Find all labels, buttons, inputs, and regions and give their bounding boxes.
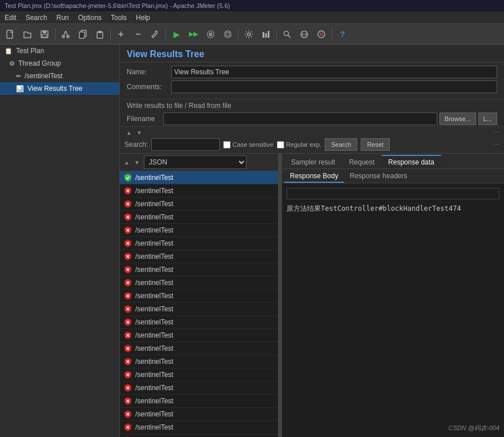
panel-header: View Results Tree — [120, 45, 504, 62]
tab-request[interactable]: Request — [342, 155, 381, 169]
format-nav-up[interactable]: ▲ — [122, 159, 131, 166]
sidebar-item-test-plan[interactable]: 📋 Test Plan — [0, 45, 119, 57]
search-input[interactable] — [151, 138, 220, 151]
svg-rect-13 — [209, 33, 212, 36]
menu-edit[interactable]: Edit — [0, 13, 21, 23]
title-text: Test Plan.jmx (D:\soft\apache-jmeter-5.6… — [5, 2, 230, 9]
result-item[interactable]: /sentinelTest — [120, 198, 278, 211]
menu-help[interactable]: Help — [131, 13, 155, 23]
remote-stop-button[interactable] — [313, 26, 329, 42]
regular-exp-checkbox[interactable] — [277, 141, 284, 149]
sidebar-item-sentinel-label: /sentinelTest — [25, 72, 63, 80]
result-item[interactable]: /sentinelTest — [120, 211, 278, 224]
menu-tools[interactable]: Tools — [106, 13, 131, 23]
copy-button[interactable] — [75, 26, 91, 42]
reset-button[interactable]: Reset — [361, 138, 390, 151]
fail-icon — [123, 344, 132, 353]
browse-button[interactable]: Browse... — [440, 113, 476, 125]
menu-search[interactable]: Search — [21, 13, 52, 23]
result-item[interactable]: /sentinelTest — [120, 421, 278, 434]
stop-button[interactable] — [203, 26, 219, 42]
sidebar-item-sentinel-test[interactable]: ✏ /sentinelTest — [0, 70, 119, 82]
result-item[interactable]: /sentinelTest — [120, 237, 278, 250]
result-item[interactable]: /sentinelTest — [120, 342, 278, 355]
tool-button[interactable] — [147, 26, 163, 42]
result-item[interactable]: /sentinelTest — [120, 408, 278, 421]
result-item[interactable]: /sentinelTest — [120, 329, 278, 342]
menu-options[interactable]: Options — [74, 13, 106, 23]
sidebar-item-thread-group[interactable]: ⚙ Thread Group — [0, 57, 119, 70]
save-button[interactable] — [37, 26, 53, 42]
fail-icon — [123, 383, 132, 392]
thread-group-icon: ⚙ — [9, 60, 15, 67]
result-item[interactable]: /sentinelTest — [120, 276, 278, 290]
result-item[interactable]: /sentinelTest — [120, 185, 278, 198]
settings-button[interactable] — [241, 26, 257, 42]
info-button[interactable]: ? — [334, 26, 350, 42]
log-button[interactable]: L... — [478, 113, 497, 125]
fail-icon — [123, 370, 132, 379]
results-list: /sentinelTest /sentinelTest /sentinelTes… — [120, 171, 278, 437]
format-select[interactable]: JSON Text HTML XML Regexp Tester CSS/JQu… — [144, 155, 247, 169]
detail-subtabs: Response Body Response headers — [282, 169, 504, 183]
remove-button[interactable]: − — [130, 26, 146, 42]
sidebar: 📋 Test Plan ⚙ Thread Group ✏ /sentinelTe… — [0, 45, 120, 437]
tab-sampler-result[interactable]: Sampler result — [284, 155, 342, 169]
format-nav-down[interactable]: ▼ — [132, 159, 142, 166]
fail-icon — [123, 396, 132, 406]
add-button[interactable]: + — [113, 26, 129, 42]
result-item-label: /sentinelTest — [135, 371, 174, 379]
sidebar-item-view-results-tree[interactable]: 📊 View Results Tree — [0, 82, 119, 95]
nav-down-icon[interactable]: ▼ — [135, 129, 144, 137]
remote-start-button[interactable] — [296, 26, 312, 42]
search-toolbar-button[interactable] — [279, 26, 295, 42]
nav-up-icon[interactable]: ▲ — [124, 129, 134, 137]
result-item[interactable]: /sentinelTest — [120, 355, 278, 368]
result-item[interactable]: /sentinelTest — [120, 224, 278, 237]
result-item[interactable]: /sentinelTest — [120, 382, 278, 395]
subtab-response-body[interactable]: Response Body — [284, 170, 344, 183]
name-input[interactable] — [171, 66, 497, 78]
result-item[interactable]: /sentinelTest — [120, 395, 278, 408]
regular-exp-label[interactable]: Regular exp. — [277, 141, 321, 149]
menu-run[interactable]: Run — [52, 13, 74, 23]
detail-panel: Sampler result Request Response data Res… — [282, 154, 504, 437]
result-item[interactable]: /sentinelTest — [120, 250, 278, 263]
result-item[interactable]: /sentinelTest — [120, 171, 278, 185]
search-button[interactable]: Search — [325, 138, 357, 151]
paste-button[interactable] — [92, 26, 108, 42]
cut-button[interactable] — [58, 26, 74, 42]
result-item[interactable]: /sentinelTest — [120, 303, 278, 316]
case-sensitive-label[interactable]: Case sensitive — [223, 141, 273, 149]
new-button[interactable] — [2, 26, 18, 42]
comments-input[interactable] — [171, 81, 497, 93]
top-dots-button[interactable]: ⋯ — [493, 129, 499, 137]
filename-input[interactable] — [163, 113, 437, 125]
fail-icon — [123, 213, 132, 222]
svg-rect-18 — [265, 33, 267, 38]
fail-icon — [123, 186, 132, 195]
result-item[interactable]: /sentinelTest — [120, 290, 278, 303]
sentinel-test-icon: ✏ — [16, 73, 21, 80]
bottom-dots-button[interactable]: ⋯ — [493, 141, 499, 149]
start-button[interactable]: ▶ — [168, 26, 184, 42]
result-item-label: /sentinelTest — [135, 423, 174, 431]
result-item[interactable]: /sentinelTest — [120, 316, 278, 329]
report-button[interactable] — [258, 26, 274, 42]
result-item-label: /sentinelTest — [135, 331, 174, 339]
result-item[interactable]: /sentinelTest — [120, 263, 278, 276]
sep6 — [332, 29, 332, 40]
title-bar: Test Plan.jmx (D:\soft\apache-jmeter-5.6… — [0, 0, 504, 11]
result-item[interactable]: /sentinelTest — [120, 368, 278, 382]
subtab-response-headers[interactable]: Response headers — [344, 170, 413, 183]
start-no-pause-button[interactable]: ▶▶ — [186, 26, 201, 42]
open-button[interactable] — [19, 26, 35, 42]
svg-rect-0 — [7, 30, 13, 38]
content-area: View Results Tree Name: Comments: Write … — [120, 45, 504, 437]
result-item[interactable]: /sentinelTest — [120, 434, 278, 437]
stop-now-button[interactable] — [220, 26, 236, 42]
tab-response-data[interactable]: Response data — [381, 155, 441, 169]
case-sensitive-checkbox[interactable] — [223, 141, 231, 149]
sep2 — [110, 29, 111, 40]
result-item-label: /sentinelTest — [135, 410, 174, 418]
